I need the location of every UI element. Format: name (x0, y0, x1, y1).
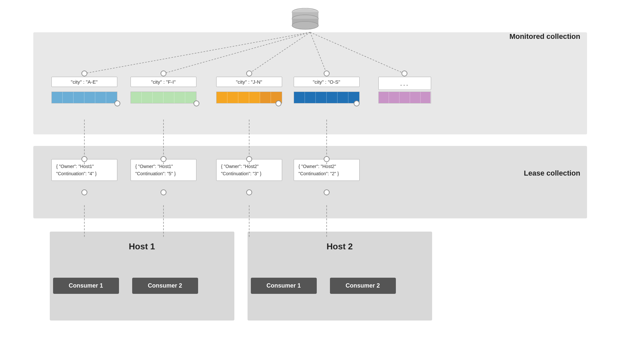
partition-os-label: "city" : "O-S" (294, 77, 360, 87)
os-seg4 (327, 92, 338, 103)
fi-seg2 (142, 92, 153, 103)
colorbar-jn (216, 92, 282, 103)
etc-seg3 (399, 92, 410, 103)
db-to-jn-circle (246, 70, 252, 76)
fi-seg1 (131, 92, 142, 103)
ae-bar-bottom-circle (114, 100, 120, 106)
lease-section (33, 146, 587, 218)
host2-consumer1-btn: Consumer 1 (251, 278, 317, 294)
db-to-etc-circle (401, 70, 407, 76)
host1-title: Host 1 (50, 241, 234, 252)
fi-bar-bottom-circle (193, 100, 199, 106)
diagram-container: Monitored collection Lease collection Ho… (20, 8, 600, 357)
lease-os-top (324, 156, 330, 162)
lease-ae-top (81, 156, 87, 162)
partition-jn-label: "city" : "J-N" (216, 77, 282, 87)
os-seg5 (338, 92, 348, 103)
lease-jn-bottom (246, 189, 252, 195)
os-seg2 (305, 92, 316, 103)
ae-seg2 (63, 92, 74, 103)
os-seg1 (294, 92, 305, 103)
monitored-label: Monitored collection (509, 32, 580, 41)
colorbar-ae (51, 92, 117, 103)
etc-seg4 (410, 92, 421, 103)
host2-title: Host 2 (248, 241, 432, 252)
jn-seg1 (217, 92, 227, 103)
fi-seg5 (174, 92, 185, 103)
colorbar-os (294, 92, 360, 103)
jn-seg4 (249, 92, 260, 103)
lease-ae-bottom (81, 189, 87, 195)
db-to-ae-circle (81, 70, 87, 76)
host1-section: Host 1 (50, 232, 234, 321)
host2-section: Host 2 (248, 232, 432, 321)
host2-consumer2-btn: Consumer 2 (330, 278, 396, 294)
lease-fi-top (161, 156, 166, 162)
lease-jn-top (246, 156, 252, 162)
lease-ae: { "Owner": "Host1""Continuation": "4" } (51, 159, 117, 181)
ae-seg5 (95, 92, 106, 103)
lease-os: { "Owner": "Host2""Continuation": "2" } (294, 159, 360, 181)
host1-consumer1-btn: Consumer 1 (53, 278, 119, 294)
db-to-fi-circle (161, 70, 166, 76)
os-bar-bottom-circle (354, 100, 360, 106)
colorbar-fi (131, 92, 196, 103)
ae-seg1 (52, 92, 63, 103)
partition-fi-label: "city" : "F-I" (131, 77, 196, 87)
etc-seg2 (389, 92, 399, 103)
lease-fi: { "Owner": "Host1""Continuation": "5" } (131, 159, 196, 181)
fi-seg3 (153, 92, 163, 103)
ae-seg3 (74, 92, 84, 103)
jn-seg3 (238, 92, 249, 103)
svg-point-17 (292, 21, 318, 29)
os-seg3 (316, 92, 327, 103)
host1-consumer2-btn: Consumer 2 (132, 278, 198, 294)
jn-seg2 (227, 92, 238, 103)
partition-ae-label: "city" : "A-E" (51, 77, 117, 87)
colorbar-etc (378, 92, 431, 103)
db-svg (290, 8, 320, 31)
jn-bar-bottom-circle (276, 100, 281, 106)
fi-seg4 (163, 92, 174, 103)
ae-seg4 (84, 92, 95, 103)
jn-seg5 (260, 92, 271, 103)
partition-etc-label: ... (378, 77, 431, 90)
etc-seg1 (379, 92, 389, 103)
lease-jn: { "Owner": "Host2""Continuation": "3" } (216, 159, 282, 181)
database-icon (290, 8, 320, 31)
lease-os-bottom (324, 189, 330, 195)
lease-fi-bottom (161, 189, 166, 195)
lease-label: Lease collection (524, 169, 580, 178)
etc-seg5 (421, 92, 431, 103)
db-to-os-circle (324, 70, 330, 76)
